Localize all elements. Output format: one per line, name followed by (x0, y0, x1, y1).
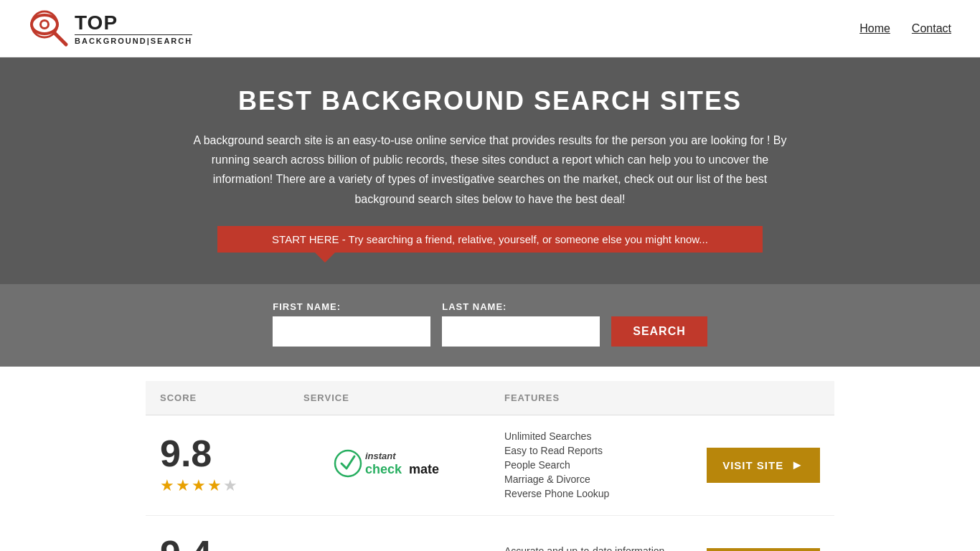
score-number-1: 9.8 (160, 435, 212, 472)
site-header: TOP BACKGROUND|SEARCH Home Contact (0, 0, 980, 57)
score-cell-2: 9.4 ★★★★★ (160, 535, 303, 551)
logo-sub-text: BACKGROUND|SEARCH (75, 34, 192, 45)
hero-title: BEST BACKGROUND SEARCH SITES (14, 86, 966, 116)
features-cell-1: Unlimited Searches Easy to Read Reports … (504, 430, 705, 499)
search-form: FIRST NAME: LAST NAME: SEARCH (29, 301, 951, 347)
svg-text:check: check (365, 462, 402, 476)
service-cell-2: People Looker (303, 545, 504, 551)
first-name-label: FIRST NAME: (273, 301, 430, 312)
logo-top-text: TOP (75, 11, 192, 34)
feature-1-1: Easy to Read Reports (504, 445, 705, 456)
nav-home[interactable]: Home (859, 22, 890, 35)
header-score: SCORE (160, 392, 303, 403)
first-name-input[interactable] (273, 316, 430, 347)
search-form-container: FIRST NAME: LAST NAME: SEARCH (0, 284, 980, 367)
last-name-label: LAST NAME: (442, 301, 600, 312)
logo: TOP BACKGROUND|SEARCH (29, 9, 192, 48)
nav-contact[interactable]: Contact (912, 22, 951, 35)
service-cell-1: instant check mate (303, 442, 504, 488)
header-visit (705, 392, 820, 403)
visit-site-button-2[interactable]: VISIT SITE ► (707, 548, 820, 551)
svg-point-6 (335, 451, 361, 476)
last-name-group: LAST NAME: (442, 301, 600, 347)
svg-line-4 (54, 32, 66, 44)
header-service: SERVICE (303, 392, 504, 403)
visit-site-button-1[interactable]: VISIT SITE ► (707, 448, 820, 483)
visit-cell-2: VISIT SITE ► (705, 548, 820, 551)
hero-description: A background search site is an easy-to-u… (182, 131, 798, 209)
logo-text: TOP BACKGROUND|SEARCH (75, 11, 192, 45)
feature-1-0: Unlimited Searches (504, 430, 705, 442)
first-name-group: FIRST NAME: (273, 301, 430, 347)
svg-text:instant: instant (365, 451, 396, 461)
logo-icon (29, 9, 72, 48)
header-features: FEATURES (504, 392, 705, 403)
svg-text:mate: mate (409, 462, 439, 476)
visit-cell-1: VISIT SITE ► (705, 448, 820, 483)
main-nav: Home Contact (859, 22, 951, 35)
feature-2-0: Accurate and up-to-date information (504, 545, 705, 551)
search-button[interactable]: SEARCH (611, 316, 707, 347)
table-row: 9.8 ★★★★★ instant check mate Unlimited S… (146, 415, 834, 516)
stars-1: ★★★★★ (160, 476, 239, 495)
people-looker-logo: People Looker (332, 545, 476, 551)
arrow-icon-1: ► (791, 458, 804, 473)
results-section: SCORE SERVICE FEATURES 9.8 ★★★★★ instant… (131, 381, 849, 551)
checkmate-logo: instant check mate (332, 442, 476, 488)
table-header: SCORE SERVICE FEATURES (146, 381, 834, 415)
callout-arrow (315, 253, 335, 263)
score-number-2: 9.4 (160, 535, 212, 551)
score-cell-1: 9.8 ★★★★★ (160, 435, 303, 495)
svg-point-3 (42, 22, 47, 27)
feature-1-4: Reverse Phone Lookup (504, 488, 705, 499)
last-name-input[interactable] (442, 316, 600, 347)
feature-1-2: People Search (504, 459, 705, 471)
table-row: 9.4 ★★★★★ People Looker Accurate and up-… (146, 516, 834, 551)
hero-section: BEST BACKGROUND SEARCH SITES A backgroun… (0, 57, 980, 284)
features-cell-2: Accurate and up-to-date information Unli… (504, 545, 705, 551)
callout-bar: START HERE - Try searching a friend, rel… (217, 226, 763, 253)
feature-1-3: Marriage & Divorce (504, 474, 705, 485)
